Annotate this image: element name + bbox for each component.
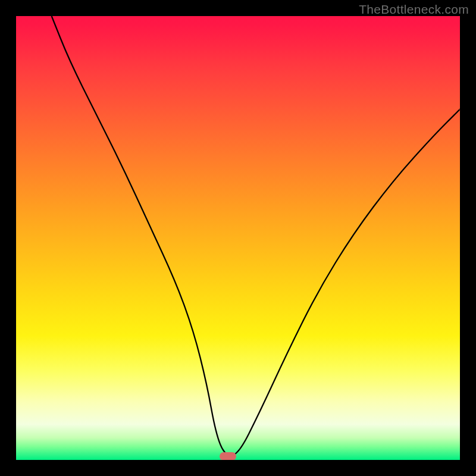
optimal-point-marker xyxy=(220,452,236,460)
plot-area xyxy=(16,16,460,460)
watermark-text: TheBottleneck.com xyxy=(359,2,469,17)
curve-path xyxy=(52,16,460,456)
bottleneck-curve xyxy=(16,16,460,460)
chart-container: TheBottleneck.com xyxy=(0,0,476,476)
